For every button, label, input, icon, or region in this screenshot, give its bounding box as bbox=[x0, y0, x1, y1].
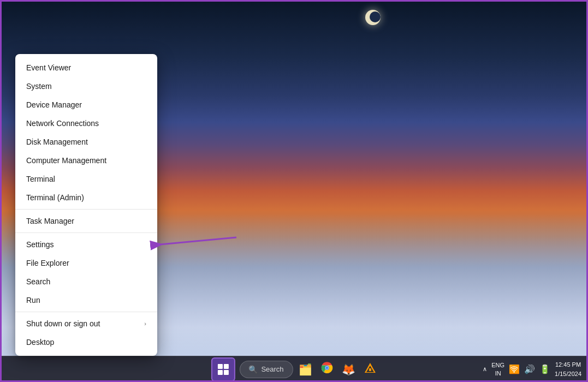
menu-item-label-disk-management: Disk Management bbox=[26, 138, 88, 146]
chevron-icon[interactable]: ∧ bbox=[483, 366, 487, 373]
menu-divider bbox=[15, 209, 157, 210]
clock-date: 1/15/2024 bbox=[555, 369, 581, 379]
menu-item-system[interactable]: System bbox=[15, 77, 157, 96]
menu-item-search[interactable]: Search bbox=[15, 272, 157, 291]
menu-item-settings[interactable]: Settings bbox=[15, 235, 157, 254]
menu-item-label-shut-down: Shut down or sign out bbox=[26, 319, 100, 328]
context-menu: Event ViewerSystemDevice ManagerNetwork … bbox=[15, 54, 157, 356]
moon-decoration bbox=[365, 10, 381, 25]
search-label: Search bbox=[261, 365, 283, 373]
menu-item-device-manager[interactable]: Device Manager bbox=[15, 96, 157, 114]
menu-item-label-computer-management: Computer Management bbox=[26, 156, 106, 165]
menu-item-label-terminal: Terminal bbox=[26, 175, 55, 183]
menu-item-label-task-manager: Task Manager bbox=[26, 217, 74, 225]
menu-item-label-file-explorer: File Explorer bbox=[26, 259, 69, 267]
menu-item-file-explorer[interactable]: File Explorer bbox=[15, 254, 157, 272]
menu-divider bbox=[15, 232, 157, 233]
menu-item-terminal[interactable]: Terminal bbox=[15, 170, 157, 188]
volume-icon[interactable]: 🔊 bbox=[524, 364, 535, 374]
menu-item-label-system: System bbox=[26, 82, 52, 91]
menu-item-label-search: Search bbox=[26, 277, 50, 286]
search-button[interactable]: 🔍 Search bbox=[239, 361, 293, 378]
vlc-icon[interactable] bbox=[361, 360, 379, 379]
battery-icon[interactable]: 🔋 bbox=[539, 364, 550, 374]
language-indicator: ENGIN bbox=[491, 361, 504, 377]
menu-item-label-device-manager: Device Manager bbox=[26, 100, 82, 109]
firefox-icon[interactable]: 🦊 bbox=[338, 361, 359, 378]
submenu-chevron-icon: › bbox=[144, 320, 146, 327]
menu-item-label-desktop: Desktop bbox=[26, 338, 54, 347]
menu-item-event-viewer[interactable]: Event Viewer bbox=[15, 58, 157, 77]
menu-item-label-event-viewer: Event Viewer bbox=[26, 63, 71, 72]
taskbar-center: 🔍 Search 🗂️ 🦊 bbox=[209, 357, 379, 381]
menu-item-shut-down[interactable]: Shut down or sign out› bbox=[15, 314, 157, 333]
taskbar: 🔍 Search 🗂️ 🦊 ∧ bbox=[0, 356, 588, 382]
menu-item-desktop[interactable]: Desktop bbox=[15, 333, 157, 351]
svg-point-4 bbox=[325, 367, 328, 369]
menu-divider bbox=[15, 312, 157, 312]
menu-item-network-connections[interactable]: Network Connections bbox=[15, 114, 157, 133]
windows-logo-icon bbox=[217, 364, 228, 375]
menu-item-label-settings: Settings bbox=[26, 240, 54, 249]
menu-item-label-terminal-admin: Terminal (Admin) bbox=[26, 193, 84, 202]
menu-item-terminal-admin[interactable]: Terminal (Admin) bbox=[15, 188, 157, 207]
menu-item-disk-management[interactable]: Disk Management bbox=[15, 133, 157, 151]
file-explorer-icon[interactable]: 🗂️ bbox=[295, 361, 316, 378]
menu-item-task-manager[interactable]: Task Manager bbox=[15, 212, 157, 230]
clock-time: 12:45 PM bbox=[555, 360, 581, 369]
menu-item-label-network-connections: Network Connections bbox=[26, 119, 99, 128]
search-icon: 🔍 bbox=[248, 365, 258, 374]
chrome-icon[interactable] bbox=[318, 360, 336, 379]
wifi-icon[interactable]: 🛜 bbox=[509, 364, 520, 374]
menu-item-run[interactable]: Run bbox=[15, 291, 157, 309]
svg-rect-7 bbox=[369, 368, 371, 371]
taskbar-right: ∧ ENGIN 🛜 🔊 🔋 12:45 PM 1/15/2024 bbox=[483, 360, 588, 378]
menu-item-computer-management[interactable]: Computer Management bbox=[15, 151, 157, 170]
start-button[interactable] bbox=[211, 357, 235, 381]
menu-item-label-run: Run bbox=[26, 296, 40, 305]
system-clock[interactable]: 12:45 PM 1/15/2024 bbox=[555, 360, 581, 378]
